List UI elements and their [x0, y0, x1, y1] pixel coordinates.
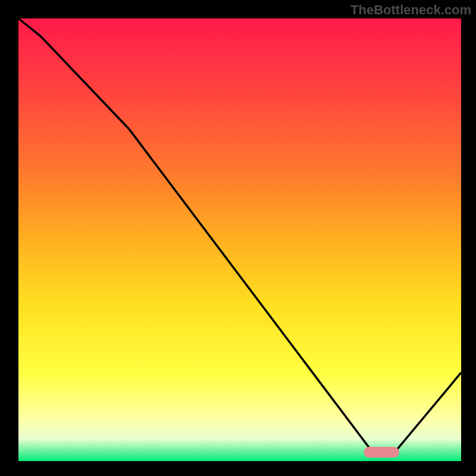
- plot-area: [18, 18, 461, 461]
- bottleneck-chart: TheBottleneck.com: [0, 0, 476, 476]
- optimal-marker: [364, 447, 399, 458]
- watermark-text: TheBottleneck.com: [350, 2, 471, 18]
- chart-svg: [0, 0, 476, 476]
